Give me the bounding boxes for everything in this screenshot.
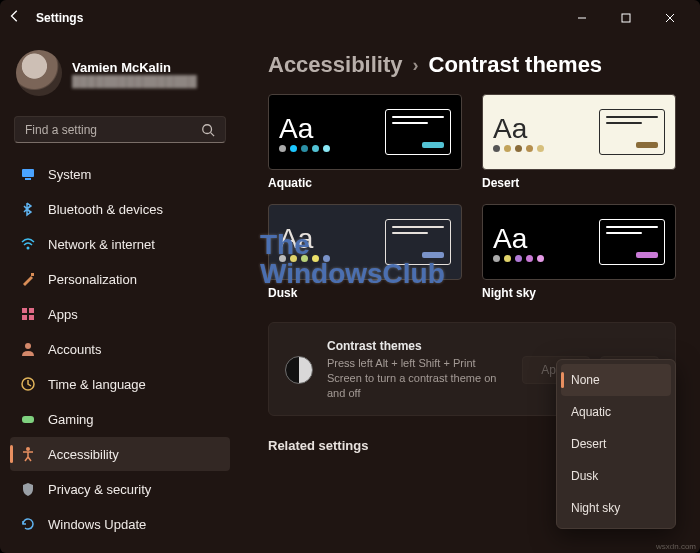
theme-thumbnail[interactable]: Aa <box>268 94 462 170</box>
color-swatches <box>279 255 330 262</box>
window-title: Settings <box>36 11 83 25</box>
theme-label: Desert <box>482 176 676 190</box>
nav-label: System <box>48 167 91 182</box>
theme-thumbnail[interactable]: Aa <box>482 94 676 170</box>
breadcrumb: Accessibility › Contrast themes <box>268 52 676 78</box>
sidebar-item-bluetooth-devices[interactable]: Bluetooth & devices <box>10 192 230 226</box>
nav-list: SystemBluetooth & devicesNetwork & inter… <box>10 157 230 541</box>
nav-label: Bluetooth & devices <box>48 202 163 217</box>
bluetooth-icon <box>20 201 36 217</box>
titlebar: Settings <box>0 0 700 36</box>
profile-email: ████████████████ <box>72 75 197 87</box>
window-preview-icon <box>385 219 451 265</box>
nav-label: Accounts <box>48 342 101 357</box>
theme-label: Aquatic <box>268 176 462 190</box>
sidebar-item-privacy-security[interactable]: Privacy & security <box>10 472 230 506</box>
chevron-right-icon: › <box>413 55 419 76</box>
time-icon <box>20 376 36 392</box>
sidebar-item-personalization[interactable]: Personalization <box>10 262 230 296</box>
nav-label: Network & internet <box>48 237 155 252</box>
breadcrumb-current: Contrast themes <box>429 52 603 78</box>
card-title: Contrast themes <box>327 339 508 353</box>
sample-text: Aa <box>493 223 544 255</box>
brush-icon <box>20 271 36 287</box>
svg-rect-8 <box>22 315 27 320</box>
dropdown-option-dusk[interactable]: Dusk <box>561 460 671 492</box>
accessibility-icon <box>20 446 36 462</box>
maximize-button[interactable] <box>604 3 648 33</box>
color-swatches <box>493 145 544 152</box>
search-icon <box>201 123 215 137</box>
dropdown-option-aquatic[interactable]: Aquatic <box>561 396 671 428</box>
nav-label: Apps <box>48 307 78 322</box>
settings-window: Settings Vamien McKalin ████████████████… <box>0 0 700 553</box>
wifi-icon <box>20 236 36 252</box>
window-preview-icon <box>385 109 451 155</box>
theme-night-sky[interactable]: Aa Night sky <box>482 204 676 300</box>
back-button[interactable] <box>8 9 22 27</box>
apps-icon <box>20 306 36 322</box>
shield-icon <box>20 481 36 497</box>
update-icon <box>20 516 36 532</box>
sidebar-item-gaming[interactable]: Gaming <box>10 402 230 436</box>
sidebar-item-apps[interactable]: Apps <box>10 297 230 331</box>
window-preview-icon <box>599 109 665 155</box>
theme-desert[interactable]: Aa Desert <box>482 94 676 190</box>
svg-rect-3 <box>25 178 31 180</box>
breadcrumb-parent[interactable]: Accessibility <box>268 52 403 78</box>
svg-rect-6 <box>22 308 27 313</box>
theme-label: Dusk <box>268 286 462 300</box>
theme-dropdown[interactable]: NoneAquaticDesertDuskNight sky <box>556 359 676 529</box>
color-swatches <box>493 255 544 262</box>
sidebar-item-network-internet[interactable]: Network & internet <box>10 227 230 261</box>
nav-label: Time & language <box>48 377 146 392</box>
footer-mark: wsxdn.com <box>656 542 696 551</box>
nav-label: Accessibility <box>48 447 119 462</box>
nav-label: Gaming <box>48 412 94 427</box>
sample-text: Aa <box>493 113 544 145</box>
sidebar-item-time-language[interactable]: Time & language <box>10 367 230 401</box>
gaming-icon <box>20 411 36 427</box>
nav-label: Windows Update <box>48 517 146 532</box>
sidebar-item-system[interactable]: System <box>10 157 230 191</box>
dropdown-option-desert[interactable]: Desert <box>561 428 671 460</box>
svg-rect-12 <box>22 416 34 423</box>
theme-dusk[interactable]: Aa Dusk <box>268 204 462 300</box>
theme-thumbnail[interactable]: Aa <box>268 204 462 280</box>
svg-point-13 <box>26 447 30 451</box>
account-icon <box>20 341 36 357</box>
minimize-button[interactable] <box>560 3 604 33</box>
svg-point-10 <box>25 343 31 349</box>
color-swatches <box>279 145 330 152</box>
search-input[interactable] <box>25 123 201 137</box>
svg-point-4 <box>27 247 30 250</box>
sample-text: Aa <box>279 113 330 145</box>
svg-rect-5 <box>31 273 34 276</box>
sidebar-item-accounts[interactable]: Accounts <box>10 332 230 366</box>
sample-text: Aa <box>279 223 330 255</box>
dropdown-option-none[interactable]: None <box>561 364 671 396</box>
card-description: Press left Alt + left Shift + Print Scre… <box>327 356 508 401</box>
svg-rect-2 <box>22 169 34 177</box>
nav-label: Privacy & security <box>48 482 151 497</box>
dropdown-option-night-sky[interactable]: Night sky <box>561 492 671 524</box>
nav-label: Personalization <box>48 272 137 287</box>
sidebar: Vamien McKalin ████████████████ SystemBl… <box>0 36 240 553</box>
contrast-icon <box>285 356 313 384</box>
theme-thumbnail[interactable]: Aa <box>482 204 676 280</box>
window-preview-icon <box>599 219 665 265</box>
content: Accessibility › Contrast themes Aa Aquat… <box>240 36 700 553</box>
theme-aquatic[interactable]: Aa Aquatic <box>268 94 462 190</box>
close-button[interactable] <box>648 3 692 33</box>
svg-rect-0 <box>622 14 630 22</box>
theme-grid: Aa Aquatic Aa Desert Aa <box>268 94 676 300</box>
profile-name: Vamien McKalin <box>72 60 197 75</box>
svg-rect-9 <box>29 315 34 320</box>
svg-rect-7 <box>29 308 34 313</box>
search-box[interactable] <box>14 116 226 143</box>
theme-label: Night sky <box>482 286 676 300</box>
system-icon <box>20 166 36 182</box>
sidebar-item-windows-update[interactable]: Windows Update <box>10 507 230 541</box>
profile[interactable]: Vamien McKalin ████████████████ <box>10 44 230 108</box>
sidebar-item-accessibility[interactable]: Accessibility <box>10 437 230 471</box>
